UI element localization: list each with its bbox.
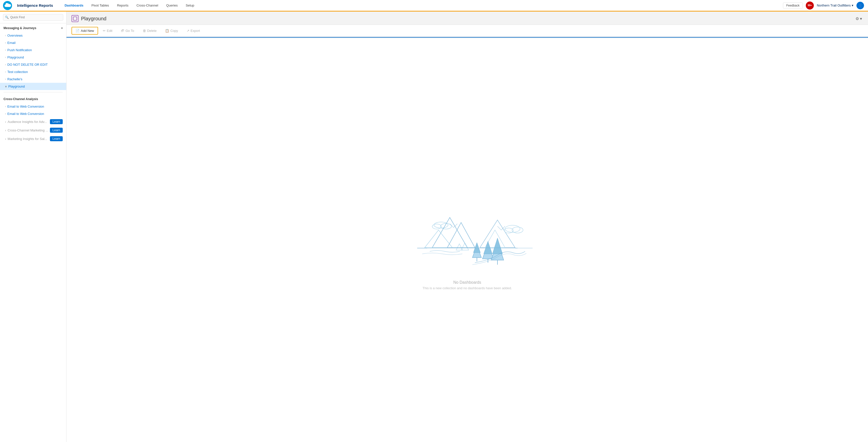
sidebar-item-overviews[interactable]: › Overviews bbox=[0, 32, 66, 39]
sidebar-item-push-notification[interactable]: › Push Notification bbox=[0, 46, 66, 54]
sidebar-item-label: Rachelle's bbox=[7, 77, 22, 81]
chevron-right-icon: › bbox=[5, 56, 6, 59]
chevron-right-icon: › bbox=[5, 41, 6, 44]
svg-marker-3 bbox=[425, 230, 452, 248]
tab-reports[interactable]: Reports bbox=[113, 0, 132, 11]
user-avatar[interactable]: 👤 bbox=[857, 2, 864, 9]
sidebar-item-label: Playground bbox=[7, 56, 24, 59]
learn-button-cross-channel[interactable]: Learn bbox=[50, 128, 63, 133]
sidebar-item-marketing-insights[interactable]: › Marketing Insights for Sal... Learn bbox=[0, 134, 66, 143]
nav-right: Feedback 99+ Northern Trail Outfitters ▾… bbox=[783, 1, 868, 9]
feedback-button[interactable]: Feedback bbox=[783, 2, 803, 8]
sidebar-item-playground-top[interactable]: › Playground bbox=[0, 54, 66, 61]
sidebar-item-label: Cross-Channel Marketing ... bbox=[7, 128, 48, 132]
chevron-right-icon: › bbox=[5, 49, 6, 52]
top-nav: Intelligence Reports Dashboards Pivot Ta… bbox=[0, 0, 868, 11]
delete-button[interactable]: 🗑 Delete bbox=[139, 27, 160, 34]
sidebar: 🔍 Messaging & Journeys ▾ › Overviews › E… bbox=[0, 11, 66, 442]
delete-icon: 🗑 bbox=[143, 29, 146, 33]
export-button[interactable]: ↗ Export bbox=[183, 27, 204, 34]
goto-icon: 🗗 bbox=[121, 29, 124, 33]
tab-pivot-tables[interactable]: Pivot Tables bbox=[88, 0, 113, 11]
copy-button[interactable]: 📋 Copy bbox=[161, 27, 182, 34]
content-header: Playground ⚙ ▾ bbox=[66, 11, 868, 25]
sidebar-item-label: Push Notification bbox=[7, 48, 32, 52]
sidebar-item-email[interactable]: › Email bbox=[0, 39, 66, 46]
svg-point-12 bbox=[432, 224, 441, 229]
section-cross-channel: Cross-Channel Analysis bbox=[0, 94, 66, 103]
tab-cross-channel[interactable]: Cross-Channel bbox=[132, 0, 162, 11]
export-label: Export bbox=[191, 29, 200, 33]
chevron-right-icon: › bbox=[5, 113, 6, 115]
export-icon: ↗ bbox=[187, 29, 189, 33]
section-messaging-journeys: Messaging & Journeys ▾ bbox=[0, 23, 66, 32]
org-selector[interactable]: Northern Trail Outfitters ▾ bbox=[817, 3, 854, 7]
edit-icon: ✏ bbox=[103, 29, 105, 33]
sidebar-search-container: 🔍 bbox=[0, 11, 66, 23]
org-name: Northern Trail Outfitters bbox=[817, 3, 851, 7]
playground-icon bbox=[71, 15, 79, 22]
tab-setup[interactable]: Setup bbox=[182, 0, 198, 11]
chevron-right-icon: › bbox=[5, 70, 6, 73]
learn-button-audience[interactable]: Learn bbox=[50, 119, 63, 124]
sidebar-item-audience-insights[interactable]: › Audience Insights for Adv... Learn bbox=[0, 117, 66, 126]
chevron-right-icon: › bbox=[5, 128, 6, 132]
copy-label: Copy bbox=[170, 29, 178, 33]
sidebar-item-do-not-delete[interactable]: › DO NOT DELETE OR EDIT bbox=[0, 61, 66, 68]
empty-state-title: No Dashboards bbox=[453, 280, 481, 285]
sidebar-item-label: Email to Web Conversion bbox=[7, 112, 44, 116]
tab-queries[interactable]: Queries bbox=[162, 0, 182, 11]
sidebar-item-label: Marketing Insights for Sal... bbox=[7, 137, 47, 141]
chevron-right-icon: › bbox=[5, 105, 6, 108]
sidebar-item-label: Overviews bbox=[7, 34, 23, 37]
add-icon: 📄 bbox=[75, 29, 80, 33]
avatar-icon: 👤 bbox=[858, 3, 863, 7]
sidebar-item-email-web-2[interactable]: › Email to Web Conversion bbox=[0, 110, 66, 117]
content-header-left: Playground bbox=[71, 15, 106, 22]
chevron-down-icon: ▾ bbox=[852, 3, 854, 7]
sidebar-item-test-collection[interactable]: › Test collection bbox=[0, 68, 66, 75]
tab-dashboards[interactable]: Dashboards bbox=[60, 0, 87, 11]
svg-rect-1 bbox=[73, 17, 77, 20]
sidebar-item-playground-active[interactable]: ∨ Playground bbox=[0, 83, 66, 90]
app-title: Intelligence Reports bbox=[17, 3, 53, 7]
empty-state-subtitle: This is a new collection and no dashboar… bbox=[423, 286, 512, 290]
sidebar-item-label: Playground bbox=[8, 85, 25, 88]
edit-button[interactable]: ✏ Edit bbox=[99, 27, 116, 34]
learn-button-marketing[interactable]: Learn bbox=[50, 136, 63, 141]
item-left: › Audience Insights for Adv... bbox=[5, 120, 49, 124]
sidebar-item-label: Audience Insights for Adv... bbox=[7, 120, 47, 124]
sidebar-item-cross-channel-marketing[interactable]: › Cross-Channel Marketing ... Learn bbox=[0, 126, 66, 134]
add-new-label: Add New bbox=[81, 29, 94, 33]
go-to-label: Go To bbox=[125, 29, 134, 33]
content-area: Playground ⚙ ▾ 📄 Add New ✏ Edit 🗗 Go To … bbox=[66, 11, 868, 442]
toolbar: 📄 Add New ✏ Edit 🗗 Go To 🗑 Delete 📋 Copy… bbox=[66, 25, 868, 37]
chevron-down-icon: ∨ bbox=[5, 85, 7, 88]
chevron-right-icon: › bbox=[5, 63, 6, 66]
go-to-button[interactable]: 🗗 Go To bbox=[117, 27, 138, 34]
notification-badge[interactable]: 99+ bbox=[806, 1, 814, 9]
nav-tabs: Dashboards Pivot Tables Reports Cross-Ch… bbox=[60, 0, 783, 11]
section-label: Cross-Channel Analysis bbox=[3, 97, 38, 101]
sidebar-item-email-web-1[interactable]: › Email to Web Conversion bbox=[0, 103, 66, 110]
sidebar-item-label: DO NOT DELETE OR EDIT bbox=[7, 63, 48, 66]
sidebar-item-label: Test collection bbox=[7, 70, 28, 74]
sidebar-item-rachelles[interactable]: › Rachelle's bbox=[0, 75, 66, 83]
sidebar-item-label: Email to Web Conversion bbox=[7, 105, 44, 108]
search-input[interactable] bbox=[3, 14, 63, 21]
app-logo[interactable] bbox=[3, 1, 12, 10]
search-wrapper: 🔍 bbox=[3, 14, 63, 21]
settings-button[interactable]: ⚙ ▾ bbox=[855, 15, 863, 22]
item-left: › Marketing Insights for Sal... bbox=[5, 137, 49, 141]
notification-count: 99+ bbox=[806, 1, 814, 9]
chevron-right-icon: › bbox=[5, 78, 6, 81]
chevron-down-icon[interactable]: ▾ bbox=[61, 27, 63, 30]
page-title: Playground bbox=[81, 16, 106, 22]
canvas-area: No Dashboards This is a new collection a… bbox=[66, 37, 868, 442]
add-new-button[interactable]: 📄 Add New bbox=[71, 27, 98, 35]
section-label: Messaging & Journeys bbox=[3, 26, 36, 30]
search-icon: 🔍 bbox=[5, 15, 9, 19]
sidebar-divider bbox=[3, 92, 63, 92]
copy-icon: 📋 bbox=[165, 29, 169, 33]
empty-state-illustration bbox=[397, 180, 537, 275]
